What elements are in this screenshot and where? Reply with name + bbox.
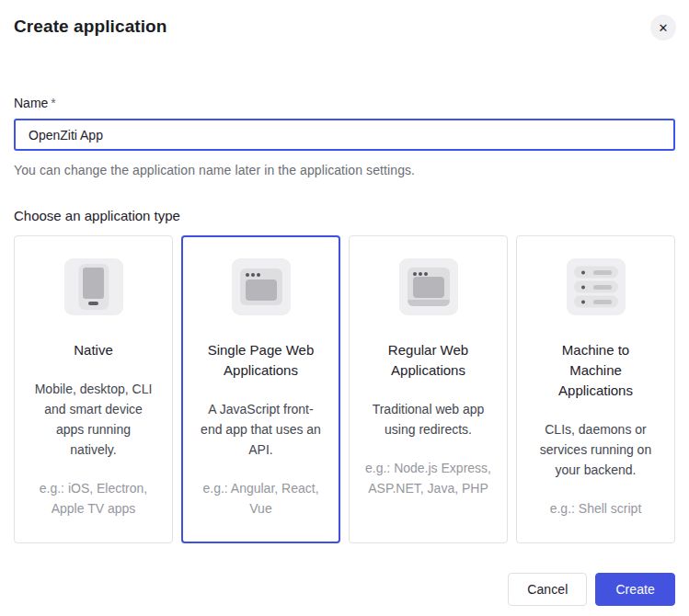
create-button[interactable]: Create — [595, 573, 675, 606]
name-helper-text: You can change the application name late… — [14, 163, 675, 177]
name-label-text: Name — [14, 96, 48, 110]
cancel-button[interactable]: Cancel — [508, 573, 587, 606]
create-application-dialog: Create application ✕ Name* You can chang… — [0, 0, 689, 616]
server-list-icon — [574, 267, 618, 308]
application-type-card-regular-web[interactable]: Regular Web Applications Traditional web… — [349, 235, 508, 543]
icon-tile — [399, 258, 458, 315]
browser-window-icon — [240, 268, 282, 305]
browser-dots — [246, 273, 260, 277]
card-examples: e.g.: Shell script — [533, 498, 660, 519]
dialog-title: Create application — [14, 17, 167, 37]
name-field-label: Name* — [14, 96, 675, 110]
icon-tile — [232, 258, 291, 315]
phone-screen — [83, 268, 104, 299]
browser-footer-bar — [408, 300, 450, 306]
card-title: Machine to Machine Applications — [542, 340, 650, 401]
required-asterisk: * — [51, 96, 55, 110]
card-description: Mobile, desktop, CLI and smart device ap… — [32, 379, 155, 460]
application-type-card-m2m[interactable]: Machine to Machine Applications CLIs, da… — [516, 235, 675, 543]
card-examples: e.g.: iOS, Electron, Apple TV apps — [30, 478, 157, 519]
card-title: Single Page Web Applications — [207, 340, 316, 381]
application-type-section-label: Choose an application type — [14, 208, 675, 223]
application-type-card-native[interactable]: Native Mobile, desktop, CLI and smart de… — [14, 235, 173, 543]
application-type-grid: Native Mobile, desktop, CLI and smart de… — [14, 235, 675, 543]
browser-content — [413, 277, 444, 298]
card-title: Native — [40, 340, 148, 360]
card-title: Regular Web Applications — [374, 340, 483, 381]
browser-window-footer-icon — [408, 268, 450, 306]
browser-content — [246, 279, 277, 301]
name-input[interactable] — [14, 119, 675, 151]
dialog-header: Create application ✕ — [14, 17, 675, 40]
phone-icon — [78, 264, 109, 310]
card-description: A JavaScript front-end app that uses an … — [200, 399, 323, 460]
application-type-card-spa[interactable]: Single Page Web Applications A JavaScrip… — [181, 235, 340, 543]
close-button[interactable]: ✕ — [650, 15, 676, 40]
close-icon: ✕ — [659, 22, 669, 34]
icon-tile — [64, 258, 123, 315]
card-examples: e.g.: Node.js Express, ASP.NET, Java, PH… — [365, 458, 492, 498]
phone-home-button — [88, 302, 98, 305]
card-description: CLIs, daemons or services running on you… — [534, 419, 658, 480]
dialog-footer: Cancel Create — [14, 573, 675, 606]
card-examples: e.g.: Angular, React, Vue — [198, 478, 325, 519]
card-description: Traditional web app using redirects. — [367, 399, 490, 439]
browser-dots — [413, 272, 428, 276]
icon-tile — [567, 258, 626, 315]
